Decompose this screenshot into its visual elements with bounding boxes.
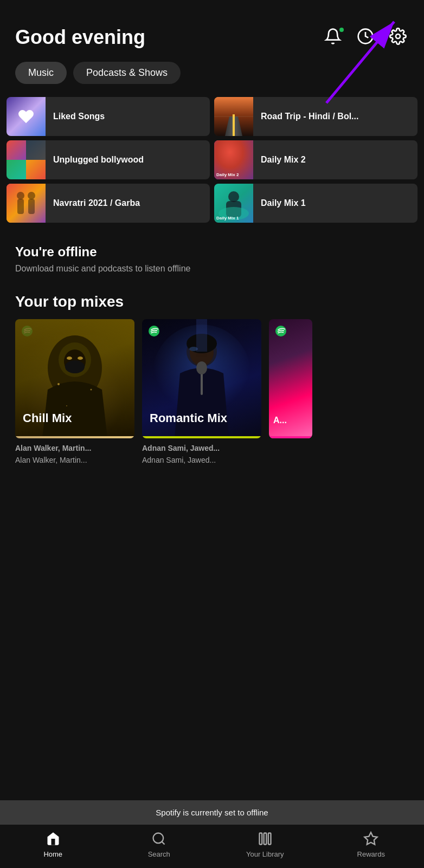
svg-point-1 (396, 34, 400, 38)
offline-title: You're offline (15, 244, 409, 260)
nav-library-label: Your Library (246, 850, 284, 858)
library-icon (257, 831, 273, 847)
mix-artists-row: Alan Walker, Martin... Adnan Sami, Jawed… (0, 454, 424, 475)
liked-songs-label: Liked Songs (53, 111, 105, 122)
svg-rect-46 (268, 833, 271, 845)
chill-mix-artists: Alan Walker, Martin... (15, 438, 134, 454)
romantic-mix-artists: Adnan Sami, Jawed... (142, 438, 261, 454)
svg-point-29 (57, 383, 60, 385)
greeting: Good evening (15, 26, 145, 49)
mix-card-chill[interactable]: Chill Mix Alan Walker, Martin... (15, 319, 134, 454)
third-mix-thumb: A... (269, 319, 312, 438)
rewards-icon (363, 831, 379, 847)
romantic-mix-thumb: Romantic Mix (142, 319, 261, 438)
svg-point-41 (275, 326, 286, 336)
svg-point-9 (226, 147, 241, 164)
list-item[interactable]: Road Trip - Hindi / Bol... (214, 97, 417, 136)
list-item[interactable]: Daily Mix 2 Daily Mix 2 (214, 140, 417, 179)
header-icons (324, 28, 409, 47)
offline-section: You're offline Download music and podcas… (0, 227, 424, 284)
nav-search-label: Search (148, 850, 170, 858)
notification-icon[interactable] (324, 28, 344, 47)
list-item[interactable]: Liked Songs (7, 97, 210, 136)
mixes-scroll: Chill Mix Alan Walker, Martin... (0, 319, 424, 454)
svg-marker-47 (365, 832, 377, 844)
filter-podcasts[interactable]: Podcasts & Shows (73, 62, 181, 84)
svg-rect-11 (7, 184, 46, 223)
history-icon[interactable] (357, 28, 376, 47)
chill-mix-progress (15, 436, 134, 438)
daily-mix-2-thumb: Daily Mix 2 (214, 140, 253, 179)
settings-icon[interactable] (389, 28, 409, 47)
romantic-artists-label: Adnan Sami, Jawed... (142, 456, 261, 464)
bollywood-thumb (7, 140, 46, 179)
bottom-nav: Home Search Your Library Rewards (0, 822, 424, 868)
list-item[interactable]: Navratri 2021 / Garba (7, 184, 210, 223)
svg-line-43 (162, 841, 165, 844)
home-icon (45, 831, 61, 847)
daily-mix-2-label: Daily Mix 2 (261, 154, 306, 166)
nav-library[interactable]: Your Library (212, 823, 318, 868)
notification-dot (339, 28, 344, 32)
quick-access-grid: Liked Songs (0, 93, 424, 227)
header: Good evening (0, 0, 424, 57)
offline-subtitle: Download music and podcasts to listen of… (15, 264, 409, 274)
svg-point-38 (196, 361, 207, 374)
svg-rect-45 (264, 833, 266, 845)
list-item[interactable]: Unplugged bollywood (7, 140, 210, 179)
search-icon (151, 831, 167, 847)
svg-point-10 (229, 147, 239, 157)
navratri-label: Navratri 2021 / Garba (53, 198, 140, 209)
chill-mix-thumb: Chill Mix (15, 319, 134, 438)
svg-point-12 (17, 192, 24, 199)
mix-card-third[interactable]: A... (269, 319, 312, 454)
list-item[interactable]: Daily Mix 1 Daily Mix 1 (214, 184, 417, 223)
chill-mix-name: Chill Mix (23, 411, 72, 425)
svg-point-14 (28, 192, 35, 199)
third-mix-name: A... (273, 416, 287, 425)
nav-rewards-label: Rewards (357, 850, 385, 858)
svg-point-26 (65, 360, 85, 373)
daily-mix-1-thumb: Daily Mix 1 (214, 184, 253, 223)
daily-mix-1-overlay-label: Daily Mix 1 (216, 216, 239, 221)
daily-mix-1-label: Daily Mix 1 (261, 198, 306, 209)
svg-rect-13 (17, 199, 24, 214)
svg-point-17 (228, 191, 239, 202)
filter-tabs: Music Podcasts & Shows (0, 57, 424, 93)
svg-rect-15 (28, 199, 35, 214)
filter-music[interactable]: Music (15, 62, 67, 84)
svg-point-31 (66, 405, 67, 406)
svg-point-42 (153, 833, 164, 844)
romantic-mix-progress (142, 436, 261, 438)
nav-rewards[interactable]: Rewards (318, 823, 425, 868)
svg-point-30 (91, 389, 92, 391)
top-mixes-section: Your top mixes (0, 284, 424, 475)
daily-mix-2-overlay-label: Daily Mix 2 (216, 172, 239, 177)
liked-songs-thumb (7, 97, 46, 136)
spotify-logo-third (274, 325, 287, 338)
romantic-mix-name: Romantic Mix (150, 411, 227, 425)
nav-search[interactable]: Search (106, 823, 213, 868)
svg-point-28 (78, 357, 83, 360)
road-trip-label: Road Trip - Hindi / Bol... (261, 111, 358, 122)
mix-card-romantic[interactable]: Romantic Mix Adnan Sami, Jawed... (142, 319, 261, 454)
navratri-thumb (7, 184, 46, 223)
offline-toast: Spotify is currently set to offline (0, 800, 424, 825)
svg-rect-44 (259, 833, 262, 845)
nav-home-label: Home (43, 850, 62, 858)
chill-artists-label: Alan Walker, Martin... (15, 456, 134, 464)
top-mixes-title: Your top mixes (0, 284, 424, 319)
third-mix-progress (269, 436, 312, 438)
svg-point-27 (67, 357, 72, 360)
nav-home[interactable]: Home (0, 823, 106, 868)
bollywood-label: Unplugged bollywood (53, 154, 144, 166)
road-trip-thumb (214, 97, 253, 136)
